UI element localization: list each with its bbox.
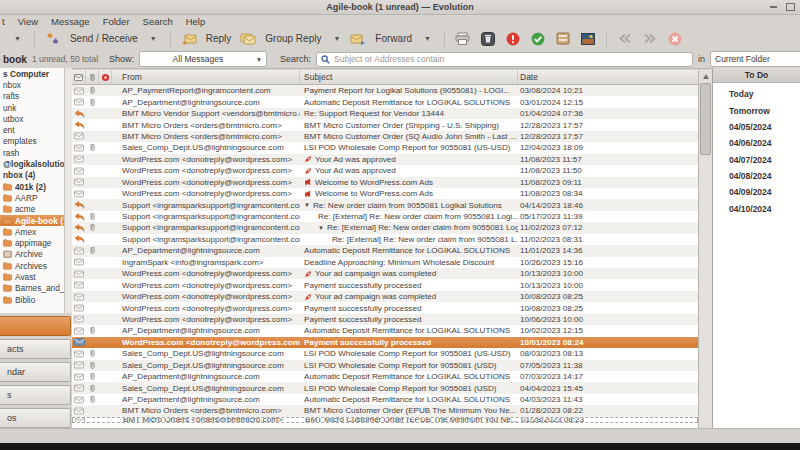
sidebar-item-archive[interactable]: Archive [0,249,64,260]
sidebar-item-s-computer[interactable]: s Computer [0,68,64,79]
flag-icon[interactable] [99,70,112,84]
message-row[interactable]: Support <ingramsparksupport@ingramconten… [72,211,698,222]
thread-expander-icon[interactable]: ▼ [318,225,324,231]
message-row[interactable]: AP_Department@lightningsource.comAutomat… [72,371,698,382]
message-row[interactable]: BMT Micro Orders <orders@bmtmicro.com>BM… [72,405,698,416]
message-row[interactable]: BMT Micro Orders <orders@bmtmicro.com>BM… [72,417,698,423]
sidebar-item-unk[interactable]: unk [0,102,64,113]
sidebar-item-barnes-and-n-[interactable]: Barnes_and_N... [0,283,64,294]
message-row[interactable]: WordPress.com <donotreply@wordpress.com>… [72,279,698,290]
not-junk-icon[interactable] [529,31,547,47]
message-row[interactable]: Support <ingramsparksupport@ingramconten… [72,199,698,210]
sidebar-item-biblio[interactable]: Biblio [0,294,64,305]
column-header-from[interactable]: From [112,70,300,84]
message-row[interactable]: BMT Micro Vendor Support <vendors@bmtmic… [72,108,698,119]
message-row[interactable]: BMT Micro Orders <orders@bmtmicro.com>BM… [72,119,698,130]
column-header-subject[interactable]: Subject [300,70,518,84]
forward-dropdown[interactable]: ▼ [420,35,435,42]
message-row[interactable]: AP_Department@lightningsource.comAutomat… [72,325,698,336]
column-header-date[interactable]: Date [518,70,698,84]
todo-item[interactable]: 04/06/2024 [713,135,800,151]
junk-icon[interactable] [504,31,522,47]
minimize-icon[interactable] [768,2,779,12]
sidebar-item-emplates[interactable]: emplates [0,136,64,147]
message-row[interactable]: IngramSpark <info@ingramspark.com>Deadli… [72,257,698,268]
back-icon[interactable] [616,31,634,47]
message-row[interactable]: WordPress.com <donotreply@wordpress.com>… [72,177,698,188]
todo-item[interactable]: Today [713,86,800,102]
archive-icon[interactable] [554,31,572,47]
switcher-button-memos[interactable]: os [0,408,71,428]
print-icon[interactable] [454,31,472,47]
sidebar-item-appimage[interactable]: appimage [0,237,64,248]
search-scope-dropdown[interactable]: Current Folder [710,51,800,67]
message-row[interactable]: WordPress.com <donotreply@wordpress.com>… [72,291,698,302]
maximize-icon[interactable] [785,2,796,12]
paperclip-icon[interactable] [86,70,99,84]
message-row[interactable]: Sales_Comp_Dept.US@lightningsource.comLS… [72,142,698,153]
todo-item[interactable]: 04/08/2024 [713,168,800,184]
sidebar-item-401k-2-[interactable]: 401k (2) [0,181,64,192]
menu-item-help[interactable]: Help [186,16,206,27]
sidebar-item-acme[interactable]: acme [0,204,64,215]
menu-item-t[interactable]: t [2,16,5,27]
photo-icon[interactable] [579,31,597,47]
titlebar[interactable]: Agile-book (1 unread) — Evolution [0,0,800,15]
message-row[interactable]: Sales_Comp_Dept.US@lightningsource.comLS… [72,348,698,359]
menu-item-view[interactable]: View [18,16,38,27]
message-row[interactable]: AP_PaymentReport@ingramcontent.comPaymen… [72,85,698,96]
message-row[interactable]: Sales_Comp_Dept.US@lightningsource.comLS… [72,360,698,371]
envelope-icon[interactable] [72,70,86,84]
delete-icon[interactable] [479,31,497,47]
switcher-button-tasks[interactable]: s [0,385,71,405]
todo-item[interactable]: 04/09/2024 [713,184,800,200]
todo-item[interactable]: Tomorrow [713,102,800,118]
switcher-button-calendar[interactable]: ndar [0,362,71,382]
message-row[interactable]: AP_Department@lightningsource.comAutomat… [72,245,698,256]
scrollbar-thumb[interactable] [700,83,711,155]
sidebar-item-nbox-4-[interactable]: nbox (4) [0,170,64,181]
todo-item[interactable]: 04/05/2024 [713,119,800,135]
message-row[interactable]: Support <ingramsparksupport@ingramconten… [72,222,698,233]
message-row[interactable]: WordPress.com <donotreply@wordpress.com>… [72,302,698,313]
stop-icon[interactable] [666,31,684,47]
sidebar-item-amex[interactable]: Amex [0,226,64,237]
message-row[interactable]: WordPress.com <donotreply@wordpress.com>… [72,268,698,279]
sidebar-item-nbox[interactable]: nbox [0,79,64,90]
reply-button[interactable]: Reply [203,31,235,46]
message-list-scrollbar[interactable] [698,70,712,428]
sidebar-item--logikalsolutio-[interactable]: @logikalsolutio... [0,158,64,169]
switcher-button-mail[interactable] [0,316,71,336]
message-row[interactable]: Support <ingramsparksupport@ingramconten… [72,234,698,245]
sidebar-item-aarp[interactable]: AARP [0,192,64,203]
forward-button[interactable]: Forward [372,31,415,46]
menu-item-search[interactable]: Search [143,16,173,27]
todo-item[interactable]: 04/10/2024 [713,201,800,217]
search-box[interactable] [316,52,693,67]
message-row[interactable]: BMT Micro Orders <orders@bmtmicro.com>BM… [72,131,698,142]
message-row[interactable]: AP_Department@lightningsource.comAutomat… [72,394,698,405]
switcher-button-contacts[interactable]: acts [0,339,71,359]
send-receive-dropdown[interactable]: ▼ [146,35,161,42]
menu-item-folder[interactable]: Folder [103,16,130,27]
message-row[interactable]: WordPress.com <donotreply@wordpress.com>… [72,314,698,325]
message-row[interactable]: WordPress.com <donotreply@wordpress.com>… [72,188,698,199]
message-row[interactable]: WordPress.com <donotreply@wordpress.com>… [72,154,698,165]
sidebar-item-avast[interactable]: Avast [0,271,64,282]
sidebar-item-agile-book-1-[interactable]: Agile-book (1) [0,215,64,226]
message-row[interactable]: Sales_Comp_Dept.US@lightningsource.comLS… [72,382,698,393]
forward-nav-icon[interactable] [641,31,659,47]
sidebar-item-utbox[interactable]: utbox [0,113,64,124]
show-filter-dropdown[interactable]: All Messages ▼ [139,51,267,67]
todo-item[interactable]: 04/07/2024 [713,152,800,168]
thread-expander-icon[interactable]: ▼ [304,202,310,208]
sidebar-item-rash[interactable]: rash [0,147,64,158]
message-row[interactable]: WordPress.com <donotreply@wordpress.com>… [72,165,698,176]
new-dropdown-caret[interactable]: ▼ [10,35,25,42]
scroll-up-icon[interactable] [703,74,709,79]
sidebar-item-archives[interactable]: Archives [0,260,64,271]
message-row[interactable]: WordPress.com <donotreply@wordpress.com>… [72,337,698,348]
send-receive-button[interactable]: Send / Receive [67,31,141,46]
message-row[interactable]: AP_Department@lightningsource.comAutomat… [72,96,698,107]
group-reply-button[interactable]: Group Reply [262,31,324,46]
